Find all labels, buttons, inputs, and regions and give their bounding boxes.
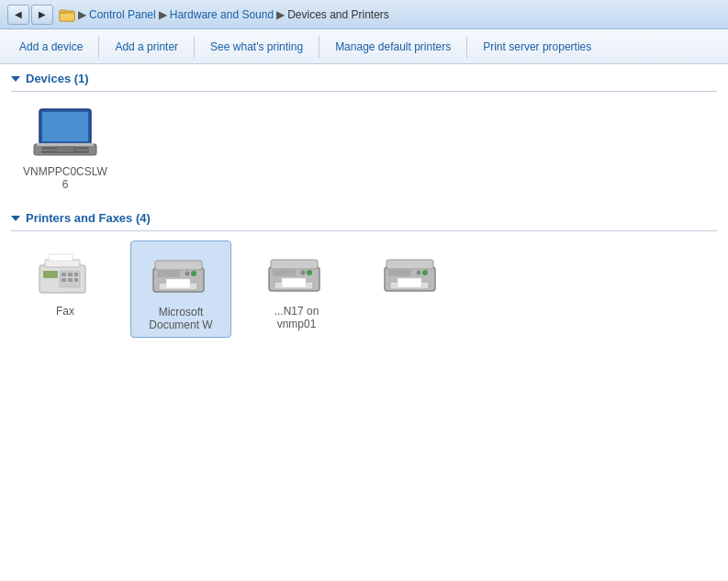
svg-point-34 [307, 270, 312, 275]
toolbar-sep-2 [194, 36, 195, 58]
toolbar: Add a device Add a printer See what's pr… [0, 29, 728, 64]
svg-rect-19 [43, 271, 58, 278]
svg-rect-15 [74, 273, 78, 276]
device-printer4[interactable] [362, 240, 463, 338]
toolbar-sep-1 [98, 36, 99, 58]
svg-point-27 [185, 272, 190, 276]
breadcrumb-arrow-2: ▶ [159, 8, 167, 21]
printers-divider [11, 230, 717, 231]
svg-rect-24 [155, 261, 202, 270]
svg-rect-36 [273, 269, 296, 276]
svg-point-26 [191, 271, 196, 276]
svg-rect-8 [56, 147, 74, 152]
printer3-icon [263, 246, 330, 301]
see-printing-button[interactable]: See what's printing [198, 33, 315, 61]
svg-rect-44 [388, 269, 411, 276]
forward-button[interactable]: ▶ [31, 5, 53, 25]
devices-arrow [11, 76, 20, 82]
devices-label: Devices (1) [26, 72, 89, 85]
back-button[interactable]: ◀ [7, 5, 29, 25]
main-content: Devices (1) [0, 64, 728, 581]
add-device-button[interactable]: Add a device [7, 33, 95, 61]
svg-rect-18 [74, 278, 78, 282]
breadcrumb-arrow-1: ▶ [78, 8, 86, 21]
breadcrumb-arrow-3: ▶ [276, 8, 285, 21]
devices-divider [11, 91, 717, 92]
manage-default-button[interactable]: Manage default printers [323, 33, 463, 61]
breadcrumb-hardware-sound[interactable]: Hardware and Sound [170, 8, 274, 21]
svg-rect-16 [62, 278, 66, 282]
svg-rect-14 [68, 273, 73, 276]
svg-rect-2 [60, 10, 66, 13]
printers-section-header[interactable]: Printers and Faxes (4) [0, 204, 728, 229]
svg-rect-33 [282, 278, 306, 287]
toolbar-sep-3 [319, 36, 319, 58]
print-server-button[interactable]: Print server properties [471, 33, 603, 61]
breadcrumb-control-panel[interactable]: Control Panel [89, 8, 156, 21]
toolbar-sep-4 [466, 36, 467, 58]
add-printer-button[interactable]: Add a printer [103, 33, 190, 61]
svg-rect-9 [37, 143, 94, 146]
printers-grid: Fax [0, 233, 728, 345]
device-printer3[interactable]: ...N17 onvnmp01 [246, 240, 347, 338]
fax-label: Fax [56, 305, 74, 318]
printers-arrow [11, 216, 20, 221]
printer3-label: ...N17 onvnmp01 [274, 305, 319, 330]
svg-rect-17 [68, 278, 73, 282]
svg-point-43 [417, 271, 421, 275]
device-fax[interactable]: Fax [15, 240, 116, 338]
svg-rect-25 [166, 279, 190, 288]
printers-label: Printers and Faxes (4) [26, 211, 151, 225]
svg-rect-1 [60, 13, 74, 21]
ms-doc-writer-icon [148, 247, 214, 302]
folder-icon [59, 7, 75, 22]
svg-rect-32 [271, 260, 318, 269]
svg-rect-28 [157, 270, 180, 277]
device-ms-doc-writer[interactable]: MicrosoftDocument W [130, 240, 231, 338]
svg-rect-41 [398, 278, 421, 287]
svg-point-42 [422, 270, 428, 275]
fax-icon [32, 246, 98, 301]
printer4-icon [379, 246, 445, 301]
devices-grid: VNMPPC0CSLW6 [0, 94, 728, 204]
svg-rect-40 [386, 260, 433, 269]
laptop-label: VNMPPC0CSLW6 [20, 165, 110, 191]
svg-rect-13 [62, 273, 66, 276]
ms-doc-writer-label: MicrosoftDocument W [149, 306, 212, 331]
devices-section-header[interactable]: Devices (1) [0, 64, 728, 89]
svg-point-35 [301, 271, 306, 275]
laptop-icon [32, 106, 98, 162]
address-bar: ◀ ▶ ▶ Control Panel ▶ Hardware and Sound… [0, 0, 728, 29]
breadcrumb-current: Devices and Printers [287, 8, 389, 21]
device-laptop[interactable]: VNMPPC0CSLW6 [15, 101, 116, 196]
svg-rect-4 [42, 112, 88, 141]
nav-buttons: ◀ ▶ [7, 5, 53, 25]
svg-rect-20 [49, 254, 73, 261]
breadcrumb: ▶ Control Panel ▶ Hardware and Sound ▶ D… [59, 7, 389, 22]
